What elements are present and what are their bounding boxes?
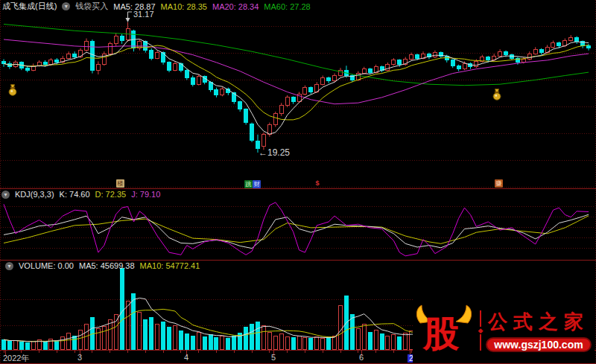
bull-character: 股: [423, 316, 459, 352]
collapse-icon[interactable]: ▾: [5, 262, 13, 270]
signal-marker: 赚: [495, 179, 503, 188]
signal-marker: $: [314, 179, 320, 188]
x-axis-ticks: [4, 350, 411, 356]
low-price-annotation: ←19.25: [259, 147, 290, 158]
kdj-k-value: K: 74.60: [60, 190, 90, 199]
signal-marker: 财: [253, 180, 261, 188]
diamond-icon: ◆: [478, 327, 484, 334]
kdj-d-value: D: 72.35: [95, 190, 127, 199]
stock-title: 成飞集成(日线): [2, 1, 57, 12]
axis-label: 6: [359, 353, 364, 362]
kdj-title: KDJ(9,3,3): [15, 190, 54, 199]
stock-chart-app: 成飞集成(日线) ▾ 钱袋买入 MA5: 28.87 MA10: 28.35 M…: [0, 0, 596, 364]
axis-label: 5: [271, 353, 276, 362]
main-chart-header: 成飞集成(日线) ▾ 钱袋买入 MA5: 28.87 MA10: 28.35 M…: [2, 1, 311, 12]
volume-panel-header: ▾ VOLUME: 0.00 MA5: 45699.38 MA10: 54772…: [5, 261, 200, 270]
ma60-value: MA60: 27.28: [264, 2, 310, 11]
kdj-j-value: J: 79.10: [131, 190, 160, 199]
volume-value: VOLUME: 0.00: [19, 261, 74, 270]
collapse-icon[interactable]: ▾: [1, 191, 10, 199]
axis-label: 2022年: [3, 353, 29, 364]
axis-label: 3: [77, 353, 82, 362]
money-bag-icon: [9, 85, 16, 96]
ma20-value: MA20: 28.34: [212, 2, 259, 11]
watermark-divider: ◆: [475, 307, 486, 354]
high-price-annotation: 31.17: [133, 10, 154, 19]
kdj-panel-header: ▾ KDJ(9,3,3) K: 74.60 D: 72.35 J: 79.10: [1, 190, 160, 199]
watermark-logo: 股 ◆ 公式之家 www.gszj100.com: [413, 297, 595, 363]
annotation-arrows: [126, 12, 133, 22]
axis-label: 4: [184, 353, 188, 362]
signal-marker: 楼: [116, 179, 124, 188]
volume-ma5-value: MA5: 45699.38: [79, 261, 135, 270]
site-url: www.gszj100.com: [486, 337, 591, 352]
signal-marker: 跳: [244, 180, 253, 188]
indicator-name: 钱袋买入: [75, 1, 108, 12]
ma-lines-layer: [4, 25, 589, 135]
money-bag-icon: [493, 89, 501, 100]
ma10-value: MA10: 28.35: [161, 2, 207, 11]
volume-ma10-value: MA10: 54772.41: [140, 261, 200, 270]
site-name: 公式之家: [488, 309, 589, 335]
bull-logo: 股: [413, 298, 475, 363]
collapse-icon[interactable]: ▾: [62, 2, 70, 10]
